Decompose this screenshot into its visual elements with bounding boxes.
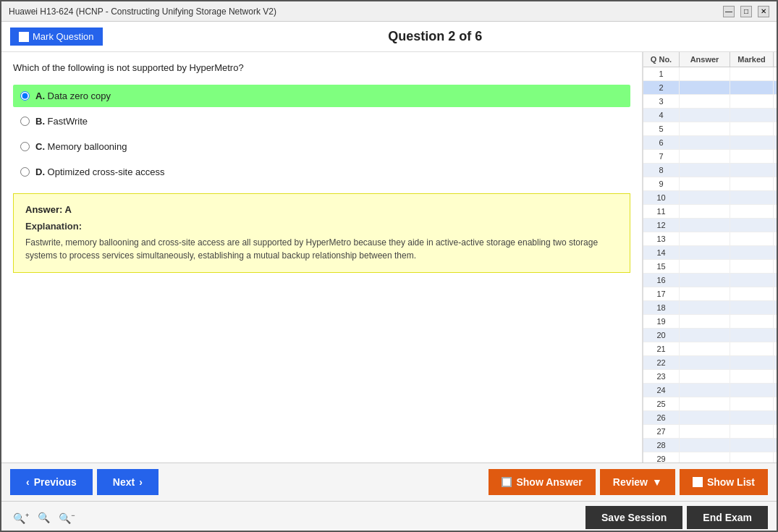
table-row[interactable]: 17 [643,287,777,301]
table-row[interactable]: 1 [643,67,777,81]
zoom-in-button[interactable]: 🔍+ [10,510,32,525]
table-row[interactable]: 20 [643,329,777,342]
option-d-radio[interactable] [20,167,30,177]
previous-button[interactable]: ‹ Previous [10,469,93,495]
option-d[interactable]: D. Optimized cross-site access [13,161,630,183]
show-answer-label: Show Answer [516,476,582,488]
row-marked [730,397,774,410]
row-num: 26 [643,411,680,424]
next-button[interactable]: Next › [97,469,158,495]
mark-question-button[interactable]: ▣ Mark Question [10,28,103,46]
show-list-checkbox-icon: ✓ [693,477,703,487]
row-answer [680,452,730,463]
option-c-radio[interactable] [20,142,30,151]
table-row[interactable]: 14 [643,246,777,260]
table-row[interactable]: 15 [643,260,777,274]
close-button[interactable]: ✕ [758,6,769,17]
row-marked [730,274,774,287]
next-label: Next [113,476,135,488]
row-marked [730,136,774,149]
answer-box: Answer: A Explanation: Fastwrite, memory… [13,193,630,273]
row-marked [730,260,774,273]
show-list-button[interactable]: ✓ Show List [680,469,768,495]
table-row[interactable]: 10 [643,191,777,205]
row-answer [680,356,730,369]
minimize-button[interactable]: — [723,6,735,17]
row-marked [730,205,774,218]
table-row[interactable]: 4 [643,109,777,122]
row-marked [730,246,774,259]
table-row[interactable]: 23 [643,370,777,384]
row-marked [730,150,774,163]
row-answer [680,109,730,122]
row-num: 22 [643,356,680,369]
maximize-button[interactable]: □ [740,6,752,17]
zoom-out-button[interactable]: 🔍− [56,510,77,525]
table-row[interactable]: 29 [643,452,777,463]
table-row[interactable]: 2 [643,81,777,95]
table-row[interactable]: 18 [643,301,777,315]
table-row[interactable]: 9 [643,177,777,191]
row-marked [730,95,774,108]
table-row[interactable]: 22 [643,356,777,370]
option-a-radio[interactable] [20,91,30,101]
table-row[interactable]: 26 [643,411,777,425]
question-text: Which of the following is not supported … [13,62,630,73]
row-marked [730,439,774,452]
row-answer [680,150,730,163]
row-num: 28 [643,439,680,452]
option-a-text: A. Data zero copy [35,90,111,101]
row-num: 20 [643,329,680,342]
table-row[interactable]: 21 [643,342,777,356]
show-answer-button[interactable]: □ Show Answer [489,469,595,495]
table-row[interactable]: 16 [643,274,777,287]
option-a[interactable]: A. Data zero copy [13,85,630,107]
row-marked [730,81,774,94]
row-answer [680,260,730,273]
row-answer [680,329,730,342]
table-row[interactable]: 3 [643,95,777,109]
row-answer [680,122,730,135]
option-c[interactable]: C. Memory ballooning [13,135,630,158]
review-button[interactable]: Review ▼ [600,469,675,495]
save-session-button[interactable]: Save Session [585,506,682,529]
row-answer [680,191,730,204]
row-marked [730,301,774,314]
table-row[interactable]: 13 [643,232,777,246]
row-answer [680,67,730,80]
option-b[interactable]: B. FastWrite [13,110,630,132]
table-row[interactable]: 8 [643,164,777,177]
zoom-reset-button[interactable]: 🔍 [35,510,53,525]
col-qno: Q No. [643,52,680,67]
option-c-text: C. Memory ballooning [35,141,127,152]
mark-icon: ▣ [19,32,29,42]
row-marked [730,122,774,135]
row-num: 1 [643,67,680,80]
end-exam-button[interactable]: End Exam [687,506,768,529]
row-marked [730,356,774,369]
option-d-text: D. Optimized cross-site access [35,166,164,177]
previous-label: Previous [34,476,77,488]
table-row[interactable]: 5 [643,122,777,136]
row-num: 21 [643,342,680,355]
table-row[interactable]: 6 [643,136,777,150]
row-answer [680,177,730,190]
row-answer [680,411,730,424]
table-row[interactable]: 28 [643,439,777,452]
option-b-radio[interactable] [20,117,30,126]
col-answer: Answer [680,52,730,67]
row-num: 13 [643,232,680,245]
row-answer [680,136,730,149]
row-num: 29 [643,452,680,463]
table-row[interactable]: 27 [643,425,777,439]
table-row[interactable]: 12 [643,219,777,232]
table-row[interactable]: 19 [643,315,777,329]
row-marked [730,315,774,328]
table-row[interactable]: 25 [643,397,777,411]
table-row[interactable]: 24 [643,384,777,397]
row-answer [680,315,730,328]
table-row[interactable]: 11 [643,205,777,219]
row-num: 24 [643,384,680,397]
table-row[interactable]: 7 [643,150,777,164]
row-marked [730,425,774,438]
